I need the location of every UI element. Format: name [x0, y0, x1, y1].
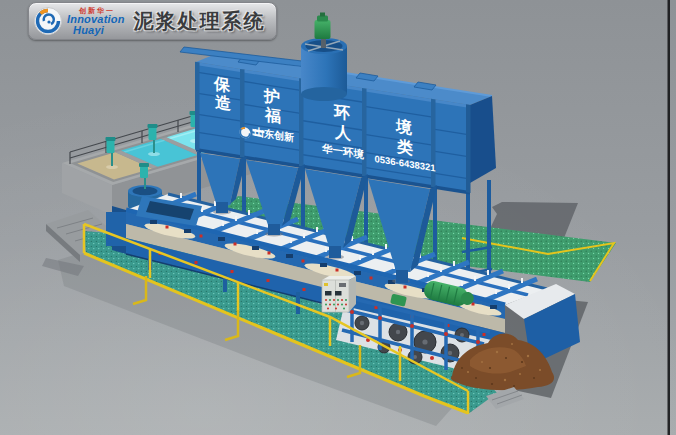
left-end-box: [106, 212, 126, 246]
silo-text-col1-bottom: 造: [214, 92, 231, 113]
silo-text-col4-bottom: 类: [396, 136, 413, 157]
brand-text: 创新华一 Innovation Huayi: [67, 7, 125, 36]
silo-text-col2-top: 护: [263, 86, 280, 107]
cabinet-screen-2: [335, 291, 342, 296]
right-edge-line: [668, 0, 671, 435]
silo-text-col3-bottom: 人: [334, 122, 352, 143]
huayi-logo-icon: [33, 6, 63, 36]
render-canvas: 保 造 护 福 山东创新 环 人 华一环境 境 类 0536-6438321: [0, 0, 676, 435]
scene: 保 造 护 福 山东创新 环 人 华一环境 境 类 0536-6438321: [0, 0, 676, 435]
silo-right-face: [470, 96, 496, 183]
silo-text-col2-bottom: 福: [264, 105, 281, 126]
brand-badge: 创新华一 Innovation Huayi 泥浆处理系统: [28, 2, 277, 40]
silo-text-col4-top: 境: [395, 116, 412, 137]
cabinet-lamp: [324, 283, 328, 286]
cabinet-screen-1: [325, 291, 332, 296]
silo-text-col3-top: 环: [333, 102, 350, 123]
brand-en-line2: Huayi: [73, 25, 125, 36]
system-title: 泥浆处理系统: [134, 8, 266, 35]
control-cabinet: [322, 276, 356, 312]
